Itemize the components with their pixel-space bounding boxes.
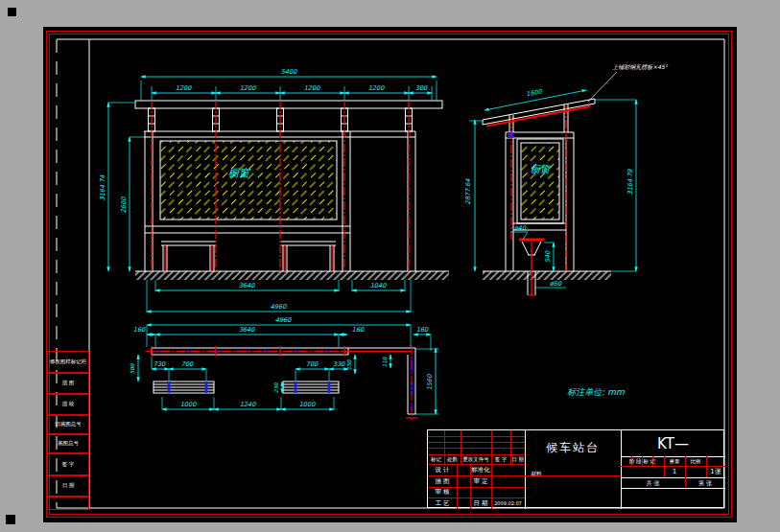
dim-text: 橱窗 [228, 167, 251, 179]
dim-text: 标注单位: mm [567, 387, 625, 397]
plan-red-lines [145, 345, 417, 422]
weight-header: 重量 [664, 457, 685, 466]
dim-text: 3164.79 [626, 169, 634, 196]
dim-text: 500 [130, 363, 135, 374]
plan-dim-labels: 4960160364016016073070070033023050015011… [130, 316, 625, 408]
dim-text: 3640 [239, 282, 255, 289]
row-label: 审 核 [428, 487, 457, 497]
note-leader [588, 72, 617, 102]
side-elevation [483, 99, 611, 295]
dim-text: 4960 [275, 316, 292, 324]
dim-text: 330 [333, 360, 345, 368]
row-label: 日 期 [470, 497, 491, 509]
dim-text: 1600 [526, 87, 544, 98]
post-cap-blue [508, 132, 513, 138]
dim-text: 1200 [368, 84, 385, 92]
margin-strip-label: 修改图样标记栏 [50, 359, 87, 365]
dim-text: 4960 [271, 303, 287, 311]
dim-text: 160 [133, 326, 146, 334]
rev-header: 更改文件号 [461, 455, 491, 464]
margin-strip-box: 底图总号 [47, 433, 89, 454]
rev-header: 处数 [444, 455, 461, 464]
ground-hatch-front [135, 271, 449, 280]
dim-text: 1000 [299, 401, 316, 408]
dim-text: 5400 [281, 68, 297, 76]
dim-text: 1200 [304, 84, 320, 92]
dim-text: 300 [415, 84, 428, 92]
drawing-code: KT— [621, 433, 725, 454]
margin-strip-box: 修改图样标记栏 [47, 351, 89, 374]
dim-text: ø50 [550, 280, 562, 288]
margin-strip-label: 底图总号 [58, 441, 79, 447]
margin-strip-label: 描 校 [62, 402, 75, 407]
margin-strip-box-empty [47, 496, 89, 510]
app-window: 540012001200120012003003164.742600364010… [0, 0, 780, 532]
margin-strip-label: 旧底图总号 [55, 422, 82, 428]
row-label: 设 计 [428, 464, 457, 475]
dim-text: 1560 [426, 374, 434, 390]
sheet-value: 1张 [706, 467, 725, 477]
dim-text: 1240 [240, 401, 256, 408]
dim-text: 上铺彩钢瓦楞板×45° [612, 63, 669, 70]
display-glass-front [160, 141, 337, 220]
display-glass-side [521, 143, 559, 220]
dim-text: 1200 [176, 84, 192, 92]
bench-front-1 [161, 242, 216, 271]
row-label: 描 图 [428, 475, 457, 487]
dim-text: 540 [544, 250, 552, 263]
dim-text: 3640 [239, 326, 255, 334]
dim-text: 160 [352, 326, 365, 334]
rev-header: 日 期 [510, 455, 525, 464]
rev-header: 签 字 [491, 455, 510, 464]
drawing-title: 候车站台 [525, 438, 621, 457]
window-corner-mark [8, 8, 16, 16]
scale-header: 比例 [685, 457, 706, 466]
dim-text: 230 [273, 382, 279, 393]
row-label: 审 定 [470, 475, 491, 487]
dim-text: 700 [181, 360, 194, 368]
dim-text: ø40 [514, 224, 527, 232]
row-label: 工 艺 [428, 497, 457, 509]
dim-text: 700 [306, 360, 319, 368]
window-corner-mark-bottom [6, 515, 15, 524]
bench-front-2 [281, 242, 336, 271]
margin-strip-box: 描 校 [47, 393, 89, 416]
margin-strip-box: 描 图 [47, 372, 89, 395]
dim-text: 150 [346, 359, 352, 370]
margin-strip-label: 描 图 [62, 381, 75, 386]
margin-strip-label: 日 期 [62, 483, 75, 489]
drawing-canvas[interactable]: 540012001200120012003003164.742600364010… [43, 27, 737, 522]
dim-text: 1000 [180, 401, 197, 408]
margin-strip-label: 签 字 [62, 462, 75, 468]
title-block: 标记 处数 更改文件号 签 字 日 期 设 计 标准化 描 图 审 定 审 核 … [427, 429, 724, 508]
dim-text: 730 [154, 360, 166, 368]
rev-header: 标记 [428, 455, 444, 464]
total-sheets-label: 共 张 [621, 478, 685, 488]
material-note: 材料 [527, 471, 546, 478]
dim-text: 1200 [240, 84, 256, 92]
dim-text: 160 [416, 326, 429, 334]
dim-text: 橱窗 [531, 164, 552, 174]
margin-strip-box: 旧底图总号 [47, 414, 89, 435]
row-label: 标准化 [470, 464, 491, 475]
date-value: 2009.02.07 [491, 497, 525, 509]
ground-hatch-side [483, 271, 611, 280]
dim-text: 2600 [120, 197, 128, 213]
qty-value: 1 [664, 467, 685, 477]
dim-text: 1040 [370, 282, 387, 289]
stage-header: 阶 段 标 记 [621, 457, 664, 466]
margin-strip-box: 签 字 [47, 452, 89, 476]
front-elevation [135, 101, 449, 280]
dim-text: 110 [382, 357, 388, 367]
dim-text: 3164.74 [99, 174, 106, 201]
page-number-label: 第 张 [685, 478, 725, 488]
roof-front [135, 101, 442, 108]
margin-strip-box: 日 期 [47, 474, 89, 497]
dim-text: 2877.64 [464, 178, 472, 205]
